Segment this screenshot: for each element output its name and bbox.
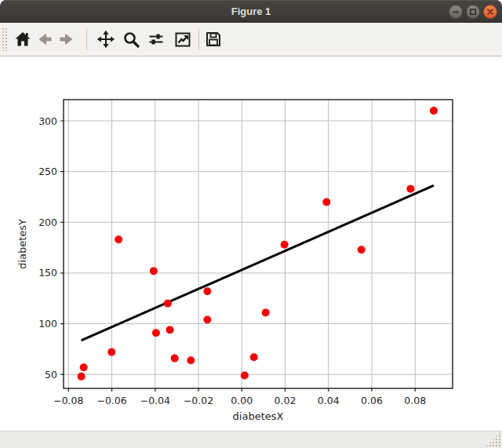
zoom-button[interactable]	[120, 26, 142, 53]
back-arrow-icon	[35, 30, 54, 49]
x-tick-label: 0.02	[275, 395, 296, 406]
magnifier-icon	[122, 30, 140, 49]
scatter-point	[203, 315, 211, 323]
toolbar-grip[interactable]	[2, 27, 8, 51]
home-icon	[13, 30, 32, 49]
scatter-plot[interactable]: −0.08−0.06−0.04−0.020.000.020.040.060.08…	[0, 56, 502, 431]
toolbar-separator	[86, 28, 87, 50]
y-tick-label: 200	[38, 217, 57, 228]
y-tick-label: 250	[38, 166, 57, 177]
scatter-point	[241, 372, 249, 380]
scatter-point	[262, 308, 270, 316]
pan-button[interactable]	[95, 26, 117, 53]
x-tick-label: −0.06	[96, 395, 126, 406]
x-tick-label: −0.04	[140, 395, 170, 406]
axes-spines	[64, 100, 453, 388]
edit-axis-button[interactable]	[172, 26, 194, 53]
forward-button[interactable]	[56, 26, 78, 53]
close-button[interactable]	[483, 5, 497, 19]
resize-grip-icon[interactable]	[486, 432, 501, 447]
scatter-point	[203, 287, 211, 295]
x-tick-label: 0.00	[231, 395, 253, 406]
y-tick-label: 100	[38, 318, 57, 330]
scatter-point	[166, 326, 174, 333]
window-title: Figure 1	[0, 0, 502, 23]
save-button[interactable]	[202, 26, 224, 53]
navigation-toolbar	[0, 23, 502, 56]
minimize-button[interactable]	[449, 5, 463, 19]
back-button[interactable]	[34, 26, 56, 53]
figure-canvas[interactable]: −0.08−0.06−0.04−0.020.000.020.040.060.08…	[0, 56, 502, 431]
x-axis-label: diabetesX	[233, 410, 284, 422]
scatter-point	[115, 235, 122, 243]
forward-arrow-icon	[57, 30, 76, 49]
x-tick-label: 0.08	[404, 395, 426, 406]
maximize-icon	[468, 7, 478, 16]
titlebar[interactable]: Figure 1	[0, 0, 502, 23]
scatter-point	[281, 241, 289, 249]
y-tick-label: 300	[38, 115, 57, 127]
window-controls	[449, 5, 497, 19]
x-tick-label: 0.06	[361, 395, 383, 406]
maximize-button[interactable]	[466, 5, 480, 19]
statusbar	[0, 431, 502, 448]
scatter-point	[250, 353, 258, 361]
scatter-point	[152, 329, 160, 337]
toolbar-separator	[198, 28, 199, 50]
regression-line	[82, 185, 434, 341]
y-tick-label: 50	[45, 369, 57, 381]
minimize-icon	[451, 7, 460, 16]
floppy-disk-icon	[204, 30, 223, 49]
x-tick-label: 0.04	[318, 395, 340, 406]
sliders-icon	[147, 30, 166, 49]
line-chart-icon	[173, 30, 192, 49]
scatter-point	[187, 356, 195, 364]
scatter-point	[78, 373, 85, 381]
y-tick-label: 150	[38, 267, 57, 279]
scatter-point	[358, 246, 366, 253]
home-button[interactable]	[12, 26, 34, 53]
move-arrows-icon	[96, 30, 115, 49]
x-tick-label: −0.02	[184, 395, 213, 406]
scatter-point	[107, 348, 115, 356]
scatter-point	[430, 107, 438, 115]
close-icon	[486, 7, 495, 16]
figure-window: Figure 1	[0, 0, 502, 448]
x-tick-label: −0.08	[53, 395, 83, 406]
scatter-point	[164, 300, 172, 308]
scatter-point	[406, 185, 414, 193]
configure-subplots-button[interactable]	[145, 26, 167, 53]
scatter-point	[322, 198, 330, 206]
scatter-point	[150, 267, 158, 275]
scatter-point	[80, 363, 88, 371]
y-axis-label: diabetesY	[16, 219, 28, 269]
scatter-point	[171, 355, 179, 362]
